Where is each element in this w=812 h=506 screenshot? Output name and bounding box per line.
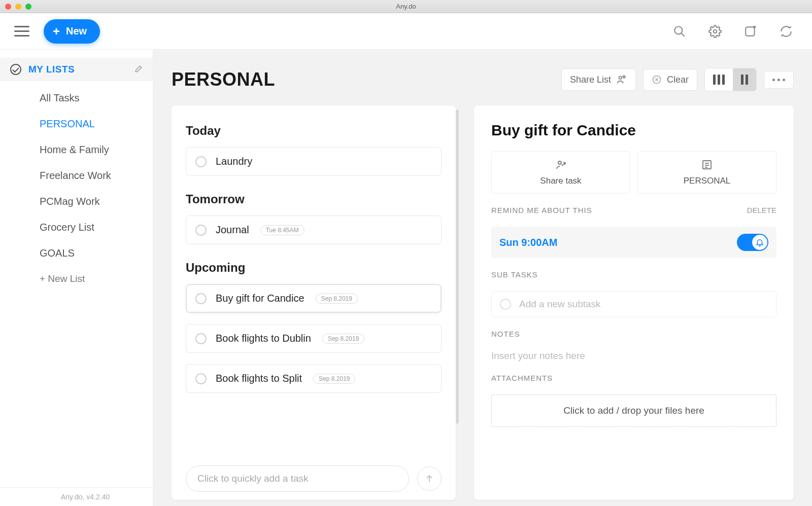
share-list-label: Share List <box>570 75 611 85</box>
quick-add-submit[interactable] <box>417 466 442 491</box>
notes-label: NOTES <box>491 330 776 338</box>
svg-point-0 <box>674 26 682 34</box>
task-label: Buy gift for Candice <box>216 293 304 304</box>
task-checkbox[interactable] <box>195 373 207 384</box>
clear-label: Clear <box>667 75 689 85</box>
sidebar-new-list[interactable]: + New List <box>0 266 153 292</box>
task-row[interactable]: Book flights to Dublin Sep 8.2019 <box>186 324 442 353</box>
subtask-input[interactable] <box>519 299 768 310</box>
reminder-toggle[interactable] <box>737 234 768 251</box>
sidebar-list: All Tasks PERSONAL Home & Family Freelan… <box>0 81 153 292</box>
arrow-up-icon <box>424 474 434 484</box>
list-tile-label: PERSONAL <box>684 176 731 186</box>
main-pane: PERSONAL Share List Clear <box>153 50 812 506</box>
notifications-icon[interactable] <box>744 25 757 38</box>
subtask-checkbox[interactable] <box>500 299 511 310</box>
task-checkbox[interactable] <box>195 225 207 236</box>
sidebar-item-grocery[interactable]: Grocery List <box>0 214 153 240</box>
sidebar-header-label: MY LISTS <box>28 64 126 75</box>
clear-button[interactable]: Clear <box>643 69 697 91</box>
detail-title: Buy gift for Candice <box>491 122 776 139</box>
share-task-label: Share task <box>540 176 581 186</box>
more-horizontal-icon <box>772 79 785 81</box>
share-list-button[interactable]: Share List <box>561 68 636 91</box>
plus-icon: + <box>53 25 60 38</box>
section-tomorrow-title: Tomorrow <box>186 192 442 206</box>
sidebar-item-home-family[interactable]: Home & Family <box>0 137 153 163</box>
share-task-tile[interactable]: Share task <box>491 151 630 194</box>
edit-lists-icon[interactable] <box>133 65 143 74</box>
svg-line-1 <box>681 33 685 37</box>
sidebar: MY LISTS All Tasks PERSONAL Home & Famil… <box>0 50 153 506</box>
task-checkbox[interactable] <box>195 293 207 304</box>
task-label: Book flights to Split <box>216 373 302 384</box>
svg-point-4 <box>753 25 756 28</box>
traffic-lights <box>5 4 31 10</box>
task-label: Laundry <box>216 156 252 167</box>
subtasks-label: SUB TASKS <box>491 270 776 279</box>
svg-point-6 <box>623 76 625 78</box>
reminder-row[interactable]: Sun 9:00AM <box>491 227 776 258</box>
sidebar-item-goals[interactable]: GOALS <box>0 240 153 266</box>
task-label: Journal <box>216 224 249 236</box>
attachments-label: ATTACHMENTS <box>491 374 776 382</box>
task-row[interactable]: Buy gift for Candice Sep 8.2019 <box>186 284 442 313</box>
task-date-chip: Sep 8.2019 <box>313 374 355 384</box>
task-row[interactable]: Laundry <box>186 147 442 176</box>
view-three-columns[interactable] <box>705 68 733 91</box>
more-options-button[interactable] <box>764 71 794 89</box>
reminder-time: Sun 9:00AM <box>499 237 557 248</box>
tasks-panel: Today Laundry Tomorrow Journal Tue 8:45A… <box>172 105 456 500</box>
minimize-window-button[interactable] <box>15 4 21 10</box>
task-row[interactable]: Journal Tue 8:45AM <box>186 215 442 244</box>
list-icon <box>700 159 714 171</box>
menu-toggle-button[interactable] <box>14 24 29 39</box>
check-circle-icon <box>10 64 21 75</box>
app-version: Any.do, v4.2.40 <box>0 487 153 506</box>
topbar: + New <box>0 13 812 50</box>
add-subtask-row[interactable] <box>491 291 776 317</box>
remind-label: REMIND ME ABOUT THIS <box>491 206 592 214</box>
new-button-label: New <box>66 25 87 37</box>
quick-add-input[interactable]: Click to quickly add a task <box>186 465 409 492</box>
view-two-columns[interactable] <box>733 68 756 91</box>
task-row[interactable]: Book flights to Split Sep 8.2019 <box>186 364 442 393</box>
svg-point-15 <box>558 161 561 164</box>
sidebar-item-personal[interactable]: PERSONAL <box>0 111 153 137</box>
task-date-chip: Sep 8.2019 <box>322 334 364 344</box>
sidebar-section-mylists[interactable]: MY LISTS <box>0 58 153 81</box>
delete-task-button[interactable]: DELETE <box>747 206 776 214</box>
search-icon[interactable] <box>673 25 686 38</box>
maximize-window-button[interactable] <box>25 4 31 10</box>
task-time-chip: Tue 8:45AM <box>260 225 304 235</box>
sidebar-item-freelance[interactable]: Freelance Work <box>0 163 153 189</box>
view-mode-switch <box>704 68 757 91</box>
svg-point-2 <box>714 29 717 33</box>
task-detail-panel: Buy gift for Candice Share task <box>474 105 794 500</box>
window-titlebar: Any.do <box>0 0 812 13</box>
task-checkbox[interactable] <box>195 156 207 167</box>
close-window-button[interactable] <box>5 4 11 10</box>
section-upcoming-title: Upcoming <box>186 261 442 275</box>
bell-icon <box>752 235 767 250</box>
section-today-title: Today <box>186 124 442 138</box>
sidebar-item-all-tasks[interactable]: All Tasks <box>0 85 153 111</box>
attachments-dropzone[interactable]: Click to add / drop your files here <box>491 394 776 427</box>
page-title: PERSONAL <box>172 69 275 90</box>
new-button[interactable]: + New <box>44 19 100 44</box>
task-label: Book flights to Dublin <box>216 333 311 344</box>
window-title: Any.do <box>0 3 812 10</box>
notes-input[interactable]: Insert your notes here <box>491 350 776 362</box>
svg-point-5 <box>619 77 622 80</box>
sync-icon[interactable] <box>780 25 793 38</box>
task-date-chip: Sep 8.2019 <box>316 294 358 304</box>
svg-rect-3 <box>746 27 754 35</box>
share-people-icon <box>616 74 627 85</box>
list-tile[interactable]: PERSONAL <box>637 151 776 194</box>
settings-gear-icon[interactable] <box>708 25 722 38</box>
task-checkbox[interactable] <box>195 333 207 344</box>
clear-x-icon <box>652 75 662 85</box>
sidebar-item-pcmag[interactable]: PCMag Work <box>0 189 153 214</box>
share-user-icon <box>554 159 568 171</box>
